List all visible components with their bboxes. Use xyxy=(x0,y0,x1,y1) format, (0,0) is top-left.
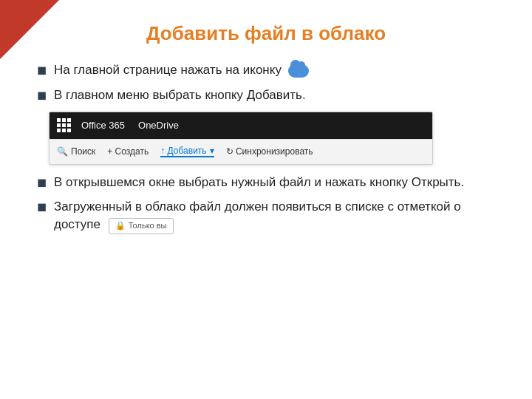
bullet-icon-3: ◼ xyxy=(37,175,47,189)
dropdown-arrow: ▾ xyxy=(210,146,214,156)
bullet-text-2: В главном меню выбрать кнопку Добавить. xyxy=(54,86,495,104)
grid-icon xyxy=(57,118,71,132)
bullet-text-4: Загруженный в облако файл должен появить… xyxy=(54,198,495,233)
list-item: ◼ В главном меню выбрать кнопку Добавить… xyxy=(37,86,495,104)
search-icon: 🔍 xyxy=(57,146,68,157)
list-item: ◼ В открывшемся окне выбрать нужный файл… xyxy=(37,174,495,191)
search-label: Поиск xyxy=(71,146,95,157)
page-content: Добавить файл в облако ◼ На главной стра… xyxy=(0,0,532,256)
bullet-text-3: В открывшемся окне выбрать нужный файл и… xyxy=(54,174,495,191)
cloud-icon xyxy=(288,64,309,78)
bullet-icon-4: ◼ xyxy=(37,200,47,214)
access-badge: 🔒 Только вы xyxy=(109,218,174,233)
lock-icon: 🔒 xyxy=(115,220,126,231)
toolbar: 🔍 Поиск + Создать ↑ Добавить ▾ ↻ Синхрон… xyxy=(50,139,432,164)
bullet-icon-2: ◼ xyxy=(37,88,47,102)
list-item: ◼ На главной странице нажать на иконку xyxy=(37,61,495,79)
add-toolbar-item[interactable]: ↑ Добавить ▾ xyxy=(160,146,214,157)
bullet-icon-1: ◼ xyxy=(37,63,47,77)
onedrive-label: OneDrive xyxy=(138,120,179,131)
ui-mockup-screenshot: Office 365 OneDrive 🔍 Поиск + Создать ↑ … xyxy=(49,112,433,165)
corner-decoration xyxy=(0,0,59,59)
nav-bar: Office 365 OneDrive xyxy=(50,112,432,139)
sync-label: ↻ Синхронизировать xyxy=(226,146,313,157)
sync-toolbar-item[interactable]: ↻ Синхронизировать xyxy=(226,146,313,157)
search-toolbar-item[interactable]: 🔍 Поиск xyxy=(57,146,95,157)
badge-label: Только вы xyxy=(129,220,167,231)
create-label: + Создать xyxy=(107,146,149,157)
page-title: Добавить файл в облако xyxy=(37,22,495,45)
add-label: ↑ Добавить xyxy=(160,146,206,156)
list-item: ◼ Загруженный в облако файл должен появи… xyxy=(37,198,495,233)
create-toolbar-item[interactable]: + Создать xyxy=(107,146,149,157)
office365-label: Office 365 xyxy=(81,120,125,131)
bullet-text-1: На главной странице нажать на иконку xyxy=(54,61,495,79)
